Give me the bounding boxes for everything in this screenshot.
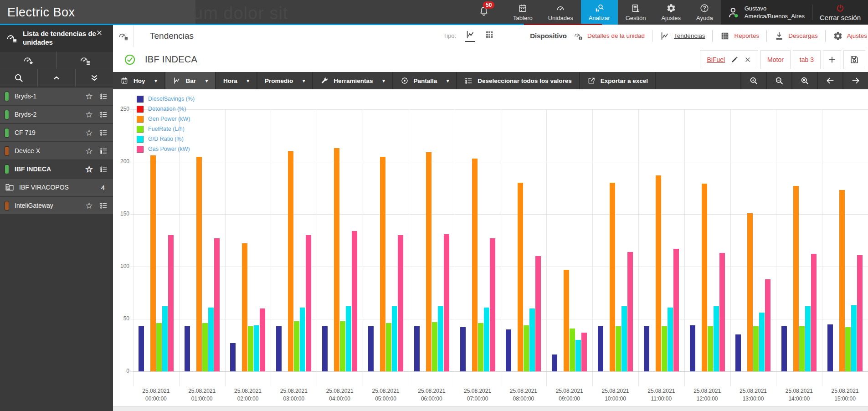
logout-button[interactable]: Cerrar sesión bbox=[820, 4, 861, 21]
checklist-icon[interactable] bbox=[99, 128, 108, 137]
checklist-icon[interactable] bbox=[99, 110, 108, 118]
legend-item-fuelrate[interactable]: FuelRate (L/h) bbox=[137, 124, 195, 134]
search-button[interactable] bbox=[0, 69, 37, 87]
checklist-icon[interactable] bbox=[99, 201, 108, 210]
device-bar: IBF INDECA BiFuelMotortab 3 bbox=[113, 47, 868, 72]
toolbar-dropdown-label: Pantalla bbox=[414, 77, 437, 84]
toolbar-button-deseleccionar-todos-los-valores[interactable]: Deseleccionar todos los valores bbox=[457, 72, 580, 89]
nav-item-tablero[interactable]: Tablero bbox=[505, 0, 540, 25]
unit-row-inteligateway[interactable]: InteliGateway☆ bbox=[0, 197, 113, 214]
zoom-in-button[interactable] bbox=[740, 72, 766, 89]
close-tab-icon[interactable] bbox=[744, 56, 751, 63]
legend-item-gas-power[interactable]: Gas Power (kW) bbox=[137, 144, 195, 154]
sidebar-close-icon[interactable] bbox=[96, 29, 103, 36]
checklist-icon[interactable] bbox=[99, 165, 108, 173]
header-link-reportes[interactable]: Reportes bbox=[720, 31, 759, 41]
horizontal-scrollbar[interactable] bbox=[113, 406, 868, 411]
unit-row-device-x[interactable]: Device X☆ bbox=[0, 142, 113, 159]
bar-fuelrate bbox=[202, 323, 208, 371]
background-watermark: um dolor sit bbox=[193, 4, 288, 23]
unit-row-ibf-viracopos[interactable]: SIBF VIRACOPOS4 bbox=[0, 179, 113, 196]
legend-swatch bbox=[137, 136, 144, 143]
expand-all-button[interactable] bbox=[75, 69, 113, 87]
arrow-right-button[interactable] bbox=[842, 72, 868, 89]
nav-item-gesti-n[interactable]: Gestión bbox=[618, 0, 654, 25]
x-axis-label: 25.08.202102:00:00 bbox=[225, 387, 271, 403]
checklist-icon[interactable] bbox=[99, 92, 108, 100]
bar-fuelrate bbox=[616, 326, 621, 371]
arrow-left-button[interactable] bbox=[817, 72, 842, 89]
bar-fuelrate bbox=[753, 326, 759, 371]
toolbar-dropdown-pantalla[interactable]: Pantalla▾ bbox=[393, 72, 457, 89]
star-icon[interactable]: ☆ bbox=[85, 201, 93, 210]
toolbar-dropdown-bar[interactable]: Bar▾ bbox=[165, 72, 216, 89]
bar-gas-power bbox=[765, 279, 770, 371]
y-axis-label: 50 bbox=[113, 315, 129, 322]
star-icon[interactable]: ☆ bbox=[85, 92, 93, 101]
nav-item-analizar[interactable]: Analizar bbox=[581, 0, 618, 25]
header-link-detalles-de-la-unidad[interactable]: Detalles de la unidad bbox=[573, 31, 645, 41]
nav-items: TableroUnidadesAnalizarGestiónAjustesAyu… bbox=[505, 0, 721, 25]
star-icon[interactable]: ☆ bbox=[85, 110, 93, 119]
header-link-tendencias[interactable]: Tendencias bbox=[660, 31, 705, 41]
toolbar-dropdown-hoy[interactable]: Hoy▾ bbox=[113, 72, 165, 89]
checklist-icon[interactable] bbox=[99, 147, 108, 155]
zoom-out-button[interactable] bbox=[766, 72, 791, 89]
arrow-right-icon bbox=[851, 76, 860, 85]
accent-line-blue bbox=[0, 24, 524, 25]
zoom-out-icon bbox=[775, 76, 784, 85]
toolbar-dropdown-herramientas[interactable]: Herramientas▾ bbox=[313, 72, 393, 89]
nav-item-label: Tablero bbox=[513, 15, 533, 21]
unit-row-bryds-1[interactable]: Bryds-1☆ bbox=[0, 87, 113, 105]
sidebar-tabs bbox=[0, 51, 113, 69]
x-axis-label: 25.08.202114:00:00 bbox=[776, 387, 822, 403]
bar-group-12:00 bbox=[684, 109, 730, 371]
divider bbox=[812, 5, 812, 20]
x-axis-label: 25.08.202108:00:00 bbox=[501, 387, 547, 403]
unit-row-ibf-indeca[interactable]: IBF INDECA☆ bbox=[0, 160, 113, 178]
page-header: Tendencias Tipo: Dispositivo Detalles de… bbox=[113, 25, 868, 47]
unit-row-bryds-2[interactable]: Bryds-2☆ bbox=[0, 106, 113, 123]
nav-item-ajustes[interactable]: Ajustes bbox=[653, 0, 688, 25]
toolbar-dropdown-label: Promedio bbox=[265, 77, 293, 84]
toolbar-dropdown-hora[interactable]: Hora▾ bbox=[216, 72, 257, 89]
chart-view-icon[interactable] bbox=[465, 30, 475, 42]
header-link-descargas[interactable]: Descargas bbox=[774, 31, 818, 41]
device-tab-motor[interactable]: Motor bbox=[760, 50, 791, 69]
legend-item-detonation[interactable]: Detonation (%) bbox=[137, 104, 195, 114]
pencil-icon[interactable] bbox=[730, 56, 739, 64]
nav-item-unidades[interactable]: Unidades bbox=[540, 0, 581, 25]
user-name: Gustavo bbox=[745, 5, 805, 12]
bar-group-06:00 bbox=[409, 109, 455, 371]
star-icon[interactable]: ☆ bbox=[85, 165, 93, 174]
y-axis-label: 0 bbox=[113, 368, 129, 374]
management-icon bbox=[631, 3, 641, 13]
bar-gen-power bbox=[150, 155, 156, 371]
table-view-icon[interactable] bbox=[484, 30, 494, 42]
toolbar-dropdown-promedio[interactable]: Promedio▾ bbox=[257, 72, 313, 89]
collapse-button[interactable] bbox=[37, 69, 75, 87]
toolbar-button-exportar-a-excel[interactable]: Exportar a excel bbox=[580, 72, 656, 89]
legend-item-dieselsavings[interactable]: DieselSavings (%) bbox=[137, 94, 195, 104]
notifications-button[interactable]: 50 bbox=[478, 5, 490, 19]
nav-item-ayuda[interactable]: Ayuda bbox=[688, 0, 721, 25]
sidebar-tab-favorites[interactable] bbox=[0, 51, 56, 69]
legend-item-g-d-ratio[interactable]: G/D Ratio (%) bbox=[137, 134, 195, 144]
save-button[interactable] bbox=[843, 50, 865, 69]
x-axis-label: 25.08.202112:00:00 bbox=[684, 387, 730, 403]
device-tab-bifuel[interactable]: BiFuel bbox=[700, 50, 758, 69]
add-tab-button[interactable] bbox=[823, 50, 841, 69]
type-label: Tipo: bbox=[443, 32, 456, 39]
header-link-ajustes[interactable]: Ajustes bbox=[833, 31, 867, 41]
device-tab-tab-3[interactable]: tab 3 bbox=[793, 50, 821, 69]
bar-g-d-ratio bbox=[438, 306, 443, 371]
zoom-cancel-button[interactable] bbox=[791, 72, 817, 89]
sidebar-tab-all-units[interactable] bbox=[56, 51, 113, 69]
unit-row-cf-719[interactable]: CF 719☆ bbox=[0, 124, 113, 141]
legend-item-gen-power[interactable]: Gen Power (kW) bbox=[137, 114, 195, 124]
user-section[interactable]: Gustavo America/Buenos_Aires Cerrar sesi… bbox=[721, 0, 868, 25]
analyze-icon bbox=[594, 3, 604, 13]
star-icon[interactable]: ☆ bbox=[85, 128, 93, 137]
folder-icon: S bbox=[5, 182, 15, 192]
star-icon[interactable]: ☆ bbox=[85, 147, 93, 155]
